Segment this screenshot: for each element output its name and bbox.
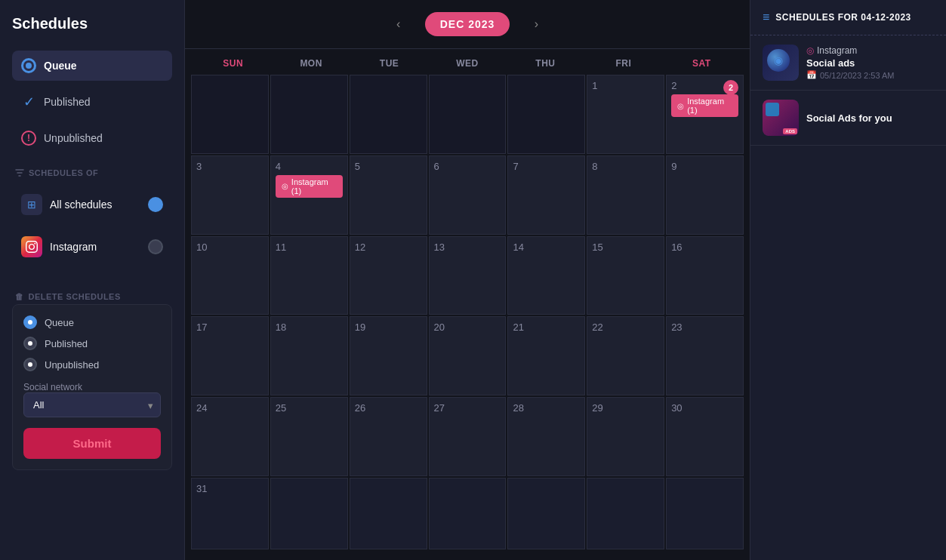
sidebar-published-label: Published bbox=[44, 96, 91, 108]
calendar-header: ‹ DEC 2023 › bbox=[185, 0, 750, 49]
cal-cell-18[interactable]: 18 bbox=[270, 316, 348, 395]
cell-number: 15 bbox=[592, 242, 602, 253]
delete-unpublished-radio[interactable]: Unpublished bbox=[23, 358, 161, 371]
main-content: ‹ DEC 2023 › SUN MON TUE WED THU FRI SAT… bbox=[185, 0, 750, 560]
schedule-card-social-ads[interactable]: ◉ ◎ Instagram Social ads 📅 05/12/2023 2:… bbox=[750, 35, 946, 91]
cell-number: 27 bbox=[434, 402, 445, 414]
prev-month-button[interactable]: ‹ bbox=[387, 13, 410, 35]
instagram-event-badge[interactable]: ◎ Instagram (1) bbox=[671, 94, 738, 117]
cal-cell-26[interactable]: 26 bbox=[350, 397, 427, 476]
instagram-label: Instagram bbox=[50, 241, 97, 253]
schedule-card-content-2: Social Ads for you bbox=[806, 112, 934, 124]
instagram-event-badge-4[interactable]: ◎ Instagram (1) bbox=[276, 175, 343, 198]
cal-cell-17[interactable]: 17 bbox=[191, 316, 269, 395]
delete-schedules-section: 🗑 DELETE SCHEDULES Queue Published Unpub… bbox=[12, 283, 172, 470]
cell-number: 1 bbox=[592, 80, 597, 91]
delete-queue-label: Queue bbox=[45, 317, 74, 328]
cell-number: 17 bbox=[196, 322, 207, 333]
sidebar-item-queue[interactable]: Queue bbox=[12, 51, 172, 81]
cal-cell-5[interactable]: 5 bbox=[350, 155, 427, 235]
cell-number: 7 bbox=[513, 161, 518, 172]
day-header-thu: THU bbox=[507, 49, 584, 75]
schedule-card-social-ads-2[interactable]: ADS Social Ads for you bbox=[750, 91, 946, 146]
schedules-panel-title: SCHEDULES FOR 04-12-2023 bbox=[775, 12, 911, 23]
cal-cell-1[interactable]: 1 bbox=[587, 75, 664, 154]
cell-number: 16 bbox=[671, 242, 682, 253]
cell-number: 9 bbox=[671, 161, 676, 172]
day-header-sat: SAT bbox=[663, 49, 741, 75]
cal-cell-empty-end bbox=[429, 478, 507, 549]
delete-queue-radio[interactable]: Queue bbox=[23, 315, 161, 329]
cal-cell-empty-end bbox=[666, 478, 744, 549]
cal-cell-15[interactable]: 15 bbox=[587, 236, 664, 315]
cal-cell-4[interactable]: 4 ◎ Instagram (1) bbox=[270, 155, 348, 235]
all-schedules-item[interactable]: ⊞ All schedules bbox=[12, 186, 172, 223]
sidebar-item-published[interactable]: ✓ Published bbox=[12, 87, 172, 117]
instagram-event-label: Instagram (1) bbox=[687, 97, 732, 115]
cal-cell-11[interactable]: 11 bbox=[270, 236, 348, 315]
schedule-thumb-ads: ADS bbox=[763, 100, 799, 136]
cal-cell-24[interactable]: 24 bbox=[191, 397, 269, 476]
cal-cell-14[interactable]: 14 bbox=[507, 236, 585, 315]
schedules-panel-header: ≡ SCHEDULES FOR 04-12-2023 bbox=[750, 0, 946, 35]
delete-unpublished-label: Unpublished bbox=[45, 359, 99, 371]
delete-schedules-header: 🗑 DELETE SCHEDULES bbox=[12, 292, 172, 301]
cal-cell-9[interactable]: 9 bbox=[666, 155, 744, 235]
next-month-button[interactable]: › bbox=[525, 13, 547, 35]
calendar-wrapper: SUN MON TUE WED THU FRI SAT 1 2 2 ◎ I bbox=[185, 49, 750, 560]
delete-icon: 🗑 bbox=[15, 292, 24, 301]
filter-icon bbox=[15, 168, 24, 177]
cal-cell-empty bbox=[507, 75, 585, 154]
cal-cell-21[interactable]: 21 bbox=[507, 316, 585, 395]
cal-cell-25[interactable]: 25 bbox=[270, 397, 348, 476]
sidebar-unpublished-label: Unpublished bbox=[44, 132, 103, 144]
submit-button[interactable]: Submit bbox=[23, 428, 161, 459]
ig-platform-icon: ◎ bbox=[806, 45, 814, 56]
cal-cell-8[interactable]: 8 bbox=[587, 155, 664, 235]
day-header-wed: WED bbox=[428, 49, 506, 75]
cell-number: 20 bbox=[434, 322, 445, 333]
cal-cell-20[interactable]: 20 bbox=[429, 316, 507, 395]
cal-cell-28[interactable]: 28 bbox=[507, 397, 585, 476]
cal-cell-23[interactable]: 23 bbox=[666, 316, 744, 395]
published-radio-dot bbox=[23, 337, 37, 350]
cal-cell-22[interactable]: 22 bbox=[587, 316, 664, 395]
cell-number: 29 bbox=[592, 402, 602, 414]
instagram-item[interactable]: Instagram bbox=[12, 229, 172, 265]
instagram-event-label: Instagram (1) bbox=[291, 177, 337, 195]
schedules-of-header: SCHEDULES OF bbox=[12, 168, 172, 177]
chevron-left-icon: ‹ bbox=[396, 17, 400, 31]
cal-cell-10[interactable]: 10 bbox=[191, 236, 269, 315]
schedule-platform: ◎ Instagram bbox=[806, 45, 934, 56]
all-schedules-toggle[interactable] bbox=[148, 197, 163, 212]
month-badge[interactable]: DEC 2023 bbox=[425, 12, 510, 36]
cal-cell-29[interactable]: 29 bbox=[587, 397, 664, 476]
delete-published-radio[interactable]: Published bbox=[23, 337, 161, 350]
cal-cell-19[interactable]: 19 bbox=[350, 316, 427, 395]
cal-cell-7[interactable]: 7 bbox=[507, 155, 585, 235]
queue-icon bbox=[21, 58, 36, 73]
cal-cell-13[interactable]: 13 bbox=[429, 236, 507, 315]
cal-cell-2[interactable]: 2 2 ◎ Instagram (1) bbox=[666, 75, 744, 154]
cell-number: 5 bbox=[355, 161, 360, 172]
calendar-grid: 1 2 2 ◎ Instagram (1) 3 4 ◎ Instagram (1… bbox=[191, 75, 744, 549]
schedule-card-content: ◎ Instagram Social ads 📅 05/12/2023 2:53… bbox=[806, 45, 934, 80]
social-network-select[interactable]: All bbox=[23, 392, 161, 417]
schedule-card-name: Social ads bbox=[806, 57, 934, 69]
sidebar-item-unpublished[interactable]: ! Unpublished bbox=[12, 123, 172, 153]
date-badge: 2 bbox=[723, 80, 738, 95]
chevron-right-icon: › bbox=[535, 17, 538, 31]
cal-cell-30[interactable]: 30 bbox=[666, 397, 744, 476]
cal-cell-3[interactable]: 3 bbox=[191, 155, 269, 235]
cal-cell-6[interactable]: 6 bbox=[429, 155, 507, 235]
cell-number: 12 bbox=[355, 242, 365, 253]
cell-number: 21 bbox=[513, 322, 523, 333]
cal-cell-27[interactable]: 27 bbox=[429, 397, 507, 476]
cal-cell-31[interactable]: 31 bbox=[191, 478, 269, 549]
cal-cell-16[interactable]: 16 bbox=[666, 236, 744, 315]
cal-cell-12[interactable]: 12 bbox=[350, 236, 427, 315]
instagram-toggle[interactable] bbox=[148, 239, 163, 254]
app-title: Schedules bbox=[12, 15, 172, 32]
cal-cell-empty-end bbox=[507, 478, 585, 549]
delete-box: Queue Published Unpublished Social netwo… bbox=[12, 304, 172, 470]
